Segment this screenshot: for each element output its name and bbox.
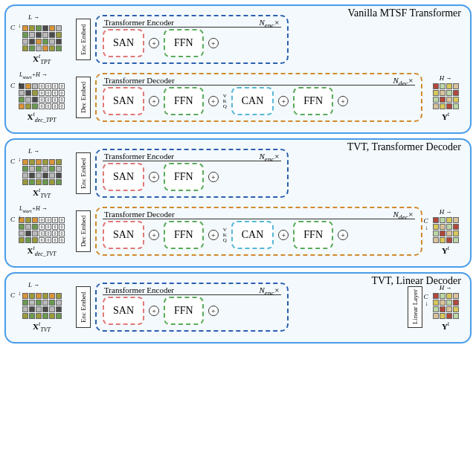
dim-c-label: C xyxy=(10,291,15,299)
dim-c-label: C xyxy=(10,216,15,223)
transformer-encoder-stage: Transformer Encoder Nenc× SAN + FFN + xyxy=(95,15,289,64)
encoder-row: L C ↓ XtTVT Enc Embed Transformer Encode… xyxy=(12,144,464,202)
input-grid-tvt xyxy=(22,159,62,185)
add-op: + xyxy=(208,38,219,48)
enc-embed-box: Enc Embed xyxy=(76,286,91,328)
input-var-label: XtTVT xyxy=(33,187,51,199)
dim-c-arrow: ↓ xyxy=(18,22,21,29)
input-grid-dec-tpt: 0000 0000 0000 0000 xyxy=(19,83,65,109)
input-var-label: XtTVT xyxy=(33,320,51,333)
panel-tvt-transformer-decoder: TVT, Transformer Decoder L C ↓ XtTVT Enc… xyxy=(4,138,472,268)
encoder-stage-label: Transformer Encoder xyxy=(104,152,174,161)
transformer-decoder-stage: Transformer Decoder Ndec× SAN + FFN + V … xyxy=(95,73,422,122)
dim-l-label: L xyxy=(28,147,39,155)
dim-l-label: Lstart+H xyxy=(19,71,48,80)
decoder-stage-label: Transformer Decoder xyxy=(104,76,175,85)
linear-layer-box: Linear Layer xyxy=(408,286,422,328)
dim-c-label: C xyxy=(10,24,15,31)
encoder-input: L C ↓ XtTVT xyxy=(12,281,71,333)
input-var-label: XtTPT xyxy=(33,53,51,65)
output-var-label: Yt xyxy=(442,245,449,255)
transformer-decoder-stage: Transformer Decoder Ndec× SAN + FFN + V … xyxy=(95,207,422,256)
add-op: + xyxy=(149,306,159,316)
encoder-repeat-label: Nenc× xyxy=(260,152,280,163)
input-grid-tvt xyxy=(22,293,62,319)
encoder-stage-label: Transformer Encoder xyxy=(104,286,174,294)
san-module: SAN xyxy=(103,163,144,191)
decoder-input: Lstart+H C ↓ 0000 0000 0000 0000 Xtdec_T… xyxy=(12,205,71,257)
dim-c-arrow: ↓ xyxy=(18,80,21,87)
dim-c-label: C xyxy=(10,82,15,89)
panel-vanilla-mtsf: Vanilla MTSF Transformer L C ↓ XtTPT Enc… xyxy=(4,4,472,134)
residual-line xyxy=(103,219,415,219)
dec-embed-box: Dec Embed xyxy=(76,210,91,252)
dec-embed-box: Dec Embed xyxy=(76,77,91,118)
input-var-label: Xtdec_TVT xyxy=(27,245,56,257)
decoder-row: Lstart+H C ↓ 0000 0000 0000 0000 Xtdec_T… xyxy=(12,68,464,126)
dim-c-label: C xyxy=(10,158,15,165)
dim-c-arrow: ↓ xyxy=(18,214,21,221)
encoder-row: L C ↓ XtTVT Enc Embed Transformer Encode… xyxy=(12,278,464,336)
san-module: SAN xyxy=(103,87,144,115)
output-block: H Yt xyxy=(427,74,464,121)
ffn-module: FFN xyxy=(293,221,333,249)
ffn-module: FFN xyxy=(164,87,204,115)
decoder-input: Lstart+H C ↓ 0000 0000 0000 0000 Xtdec_T… xyxy=(12,71,71,123)
encoder-input: L C ↓ XtTVT xyxy=(12,147,71,199)
ffn-module: FFN xyxy=(164,221,204,249)
out-dim-c: C xyxy=(424,293,428,300)
out-dim-h: H xyxy=(440,208,452,216)
kvq-labels: V K Q xyxy=(223,228,227,243)
output-var-label: Yt xyxy=(442,320,449,331)
out-dim-c: C xyxy=(424,217,428,225)
transformer-encoder-stage: Transformer Encoder Nenc× SAN + FFN + xyxy=(95,283,289,332)
output-grid xyxy=(433,83,459,109)
add-op: + xyxy=(149,172,159,182)
output-grid xyxy=(433,217,459,243)
output-var-label: Yt xyxy=(442,111,449,121)
add-op: + xyxy=(278,230,289,240)
input-var-label: Xtdec_TPT xyxy=(27,111,56,123)
add-op: + xyxy=(208,230,219,240)
input-grid-dec-tvt: 0000 0000 0000 0000 xyxy=(19,217,65,243)
ffn-module: FFN xyxy=(164,163,204,191)
enc-embed-box: Enc Embed xyxy=(76,19,91,60)
dim-l-label: Lstart+H xyxy=(19,205,48,213)
add-op: + xyxy=(208,172,219,182)
kvq-labels: V K Q xyxy=(223,94,227,109)
decoder-row: Lstart+H C ↓ 0000 0000 0000 0000 Xtdec_T… xyxy=(12,202,464,260)
can-module: CAN xyxy=(231,87,274,115)
dim-l-label: L xyxy=(28,281,39,288)
dim-c-arrow: ↓ xyxy=(18,156,21,163)
dim-l-label: L xyxy=(28,13,39,21)
enc-embed-box: Enc Embed xyxy=(76,152,91,194)
encoder-repeat-label: Nenc× xyxy=(260,286,280,297)
add-op: + xyxy=(149,38,159,48)
residual-line xyxy=(103,294,281,295)
transformer-encoder-stage: Transformer Encoder Nenc× SAN + FFN + xyxy=(95,149,289,198)
can-module: CAN xyxy=(231,221,274,249)
ffn-module: FFN xyxy=(293,87,333,115)
san-module: SAN xyxy=(103,221,144,249)
san-module: SAN xyxy=(103,297,144,325)
ffn-module: FFN xyxy=(164,29,204,57)
input-grid-tpt xyxy=(22,25,62,51)
dim-c-arrow: ↓ xyxy=(18,290,21,297)
output-block: H C ↓ Yt xyxy=(427,284,464,331)
add-op: + xyxy=(149,230,159,240)
panel-tvt-linear-decoder: TVT, Linear Decoder L C ↓ XtTVT Enc Embe… xyxy=(4,272,472,344)
output-grid xyxy=(433,293,459,319)
add-op: + xyxy=(208,96,219,106)
encoder-repeat-label: Nenc× xyxy=(260,18,280,29)
decoder-repeat-label: Ndec× xyxy=(393,210,414,221)
encoder-input: L C ↓ XtTPT xyxy=(12,13,71,65)
add-op: + xyxy=(338,230,348,240)
ffn-module: FFN xyxy=(164,297,204,325)
residual-line xyxy=(103,27,281,28)
decoder-stage-label: Transformer Decoder xyxy=(104,210,175,219)
add-op: + xyxy=(208,306,219,316)
encoder-row: L C ↓ XtTPT Enc Embed Transformer Encode… xyxy=(12,10,464,68)
add-op: + xyxy=(278,96,289,106)
output-block: H C ↓ Yt xyxy=(427,208,464,255)
out-dim-h: H xyxy=(440,74,452,82)
